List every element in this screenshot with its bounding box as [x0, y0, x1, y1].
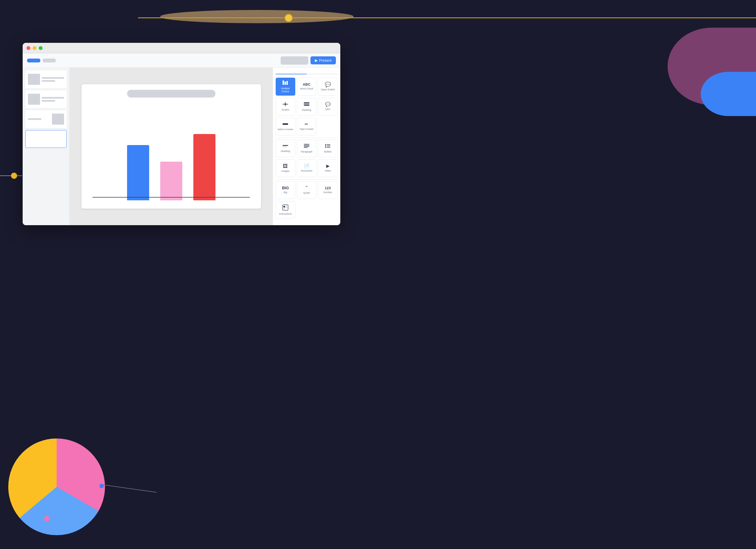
- present-button[interactable]: ▶ Present: [310, 56, 336, 64]
- type-item-images[interactable]: 🖼 Images: [276, 159, 295, 177]
- type-item-document[interactable]: 📄 Document: [297, 159, 317, 177]
- type-item-type-answer[interactable]: ✏ Type Answer: [297, 118, 317, 135]
- type-item-open-ended[interactable]: 💬 Open Ended: [318, 78, 338, 96]
- svg-rect-19: [327, 146, 330, 146]
- pie-dot-pink: [44, 516, 50, 521]
- svg-rect-26: [286, 207, 287, 208]
- scales-icon: [282, 102, 288, 107]
- pie-line: [102, 484, 157, 493]
- divider-2: [276, 179, 338, 180]
- svg-rect-15: [304, 147, 308, 148]
- type-item-bullets[interactable]: Bullets: [318, 140, 338, 157]
- bg-timeline-dot: [285, 14, 293, 22]
- slide-thumb-2[interactable]: [25, 90, 67, 108]
- slide-thumb-image-1: [28, 74, 40, 85]
- word-cloud-icon: ABC: [303, 83, 310, 86]
- type-item-heading[interactable]: Heading: [276, 140, 295, 157]
- slide-thumb-image-3: [52, 114, 64, 125]
- number-icon: 123: [325, 186, 331, 190]
- type-answer-icon: ✏: [305, 122, 308, 127]
- type-answer-label: Type Answer: [299, 128, 314, 131]
- slide-thumb-line-short: [28, 118, 41, 120]
- document-icon: 📄: [304, 164, 309, 168]
- type-item-multiple-choice[interactable]: Multiple Choice: [276, 78, 295, 96]
- multiple-choice-label: Multiple Choice: [277, 87, 294, 93]
- type-grid-row4: Heading Paragraph Bullets: [276, 140, 338, 157]
- qa-label: Q&A: [325, 108, 330, 111]
- svg-rect-1: [285, 82, 286, 85]
- type-grid-row7: Instructions: [276, 201, 338, 219]
- chart-bar-wrap-3: [193, 134, 215, 200]
- type-item-instructions[interactable]: Instructions: [276, 201, 295, 219]
- bullets-label: Bullets: [324, 150, 331, 153]
- paragraph-icon: [304, 143, 310, 149]
- svg-point-16: [325, 144, 326, 145]
- multiple-choice-icon: [282, 80, 288, 86]
- type-item-video[interactable]: ▶ Video: [318, 159, 338, 177]
- traffic-light-green[interactable]: [39, 46, 43, 50]
- type-item-qa[interactable]: 💬 Q&A: [318, 98, 338, 115]
- video-label: Video: [325, 169, 331, 172]
- slide-thumb-line: [42, 97, 64, 99]
- slider-dot-yellow: [11, 173, 17, 179]
- toolbar-btn-secondary[interactable]: [43, 59, 56, 62]
- bg-decoration-blue: [701, 72, 756, 116]
- images-label: Images: [281, 170, 290, 173]
- svg-rect-11: [283, 146, 286, 147]
- chart-area: [87, 103, 255, 203]
- number-label: Number: [323, 191, 332, 194]
- toolbar-btn-primary[interactable]: [27, 59, 40, 62]
- document-label: Document: [301, 169, 312, 172]
- present-icon: ▶: [315, 58, 318, 62]
- chart-bar-wrap-1: [127, 145, 149, 200]
- bullets-icon: [325, 143, 331, 149]
- big-label: Big: [284, 191, 287, 194]
- svg-rect-0: [283, 80, 284, 85]
- qa-icon: 💬: [325, 102, 331, 107]
- panel-tab-1[interactable]: [276, 70, 307, 74]
- chart-bar-wrap-2: [160, 162, 182, 200]
- images-icon: 🖼: [283, 164, 288, 169]
- browser-window: ▶ Present: [23, 43, 340, 225]
- type-item-quote[interactable]: " Quote: [297, 181, 317, 199]
- slide-canvas: [81, 84, 261, 209]
- select-answer-icon: [282, 122, 288, 127]
- quote-label: Quote: [303, 191, 310, 195]
- instructions-label: Instructions: [279, 212, 292, 216]
- quote-icon: ": [306, 185, 307, 190]
- traffic-light-red[interactable]: [27, 46, 30, 50]
- bg-timeline: [138, 17, 756, 18]
- type-item-word-cloud[interactable]: ABC Word Cloud: [297, 78, 317, 96]
- svg-point-20: [325, 147, 326, 148]
- type-item-empty: [318, 118, 338, 135]
- traffic-light-yellow[interactable]: [33, 46, 36, 50]
- present-label: Present: [319, 58, 331, 62]
- chart-bar-pink: [160, 162, 182, 200]
- bg-decoration-olive: [160, 10, 354, 23]
- svg-point-18: [325, 145, 326, 146]
- svg-rect-12: [304, 144, 309, 145]
- open-ended-label: Open Ended: [321, 88, 335, 91]
- heading-label: Heading: [281, 150, 290, 153]
- type-grid-row3: Select Answer ✏ Type Answer: [276, 118, 338, 135]
- slide-thumb-1[interactable]: [25, 70, 67, 88]
- type-item-paragraph[interactable]: Paragraph: [297, 140, 317, 157]
- paragraph-label: Paragraph: [301, 150, 312, 153]
- type-item-big[interactable]: BIG Big: [276, 181, 295, 199]
- svg-rect-17: [327, 144, 330, 145]
- toolbar: ▶ Present: [23, 53, 340, 68]
- slide-thumb-4[interactable]: [25, 130, 67, 148]
- svg-rect-21: [327, 147, 330, 148]
- ranking-icon: [304, 102, 310, 107]
- svg-rect-14: [304, 146, 309, 147]
- type-item-scales[interactable]: Scales: [276, 98, 295, 115]
- type-item-ranking[interactable]: Ranking: [297, 98, 317, 115]
- type-item-number[interactable]: 123 Number: [318, 181, 338, 199]
- type-item-select-answer[interactable]: Select Answer: [276, 118, 295, 135]
- browser-titlebar: [23, 43, 340, 53]
- slide-thumb-lines-3: [28, 118, 50, 120]
- svg-rect-7: [304, 104, 309, 104]
- slide-thumb-3[interactable]: [25, 110, 67, 128]
- svg-rect-2: [286, 81, 288, 85]
- panel-tab-2[interactable]: [307, 70, 338, 74]
